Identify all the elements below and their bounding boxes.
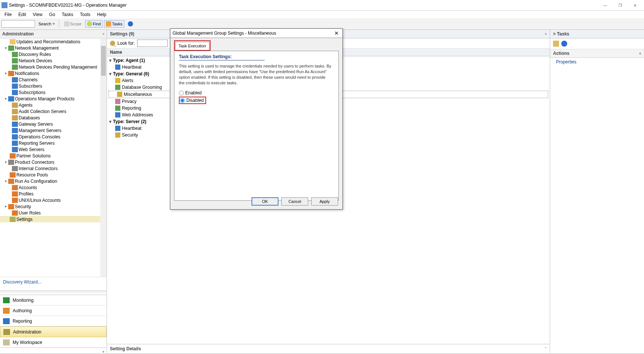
dialog-tab-page: Task Execution Settings: This setting is… — [174, 51, 339, 201]
nav-item-websrv[interactable]: Web Servers — [0, 146, 107, 153]
toolbar-separator — [59, 20, 61, 28]
close-button[interactable]: ✕ — [628, 1, 643, 10]
monitoring-icon — [3, 297, 10, 303]
search-icon — [110, 41, 115, 46]
nav-item-network[interactable]: ▾Network Management — [0, 45, 107, 51]
menu-tools[interactable]: Tools — [77, 11, 94, 18]
administration-icon — [3, 329, 10, 335]
clipboard-icon[interactable] — [553, 41, 559, 47]
nav-item-security[interactable]: ▾Security — [0, 203, 107, 210]
toolbar-search-input[interactable] — [1, 20, 35, 28]
menu-view[interactable]: View — [30, 11, 45, 18]
nav-item-netdev[interactable]: Network Devices — [0, 57, 107, 64]
nav-pane: Administration< Updates and Recommendati… — [0, 30, 107, 353]
nav-item-gateway[interactable]: Gateway Servers — [0, 121, 107, 127]
tasks-help-icon[interactable] — [561, 41, 567, 47]
nav-section-monitoring[interactable]: Monitoring — [0, 295, 107, 306]
tasks-pane: > Tasks Actionsʌ Properties — [550, 30, 644, 353]
nav-scrollbar[interactable] — [100, 38, 107, 277]
nav-item-subscriptions[interactable]: Subscriptions — [0, 89, 107, 95]
app-icon — [1, 2, 7, 8]
toolbar-scope-button[interactable]: Scope — [62, 20, 83, 28]
detail-header: Setting Details˅ — [107, 344, 550, 353]
tab-task-execution[interactable]: Task Execution — [175, 42, 209, 50]
maximize-button[interactable]: ❐ — [613, 1, 628, 10]
nav-item-databases[interactable]: Databases — [0, 115, 107, 121]
toolbar-search-button[interactable]: Search ▼ — [37, 21, 57, 27]
help-icon — [128, 21, 133, 26]
nav-item-accounts[interactable]: Accounts — [0, 184, 107, 191]
nav-section-reporting[interactable]: Reporting — [0, 316, 107, 326]
nav-discovery-wizard[interactable]: Discovery Wizard... — [0, 277, 107, 291]
nav-item-prodconn[interactable]: ▾Product Connectors — [0, 159, 107, 165]
find-icon — [87, 21, 92, 26]
radio-disabled-label: Disabled — [186, 98, 204, 103]
dialog-ok-button[interactable]: OK — [252, 197, 278, 206]
toolbar-find-button[interactable]: Find — [85, 20, 102, 28]
menu-file[interactable]: File — [1, 11, 15, 18]
section-title: Task Execution Settings: — [179, 54, 334, 59]
nav-item-subscribers[interactable]: Subscribers — [0, 83, 107, 89]
nav-item-settings[interactable]: Settings — [0, 216, 107, 222]
dialog-apply-button[interactable]: Apply — [311, 197, 338, 206]
nav-item-userroles[interactable]: User Roles — [0, 210, 107, 216]
window-title: Settings - SCOMNFBDEV02021-MG - Operatio… — [9, 3, 598, 8]
nav-item-netpend[interactable]: Network Devices Pending Management — [0, 64, 107, 70]
radio-disabled[interactable] — [180, 98, 185, 103]
radio-enabled-label: Enabled — [185, 90, 202, 95]
lookfor-input[interactable] — [137, 40, 168, 47]
nav-item-profiles[interactable]: Profiles — [0, 191, 107, 197]
dialog-miscellaneous-settings: Global Management Group Settings - Misce… — [170, 28, 343, 210]
authoring-icon — [3, 308, 10, 314]
nav-tree: Updates and Recommendations ▾Network Man… — [0, 38, 107, 277]
nav-item-repsrv[interactable]: Reporting Servers — [0, 140, 107, 146]
workspace-icon — [3, 339, 10, 345]
radio-enabled-row[interactable]: Enabled — [179, 89, 334, 97]
section-description: This setting is used to manage the crede… — [179, 63, 332, 85]
menu-go[interactable]: Go — [46, 11, 58, 18]
nav-section-authoring[interactable]: Authoring — [0, 306, 107, 316]
nav-item-mgmt[interactable]: Management Servers — [0, 127, 107, 134]
nav-item-partner[interactable]: Partner Solutions — [0, 153, 107, 159]
nav-collapse-icon[interactable]: < — [102, 32, 104, 36]
nav-section-workspace[interactable]: My Workspace — [0, 337, 107, 348]
dialog-title: Global Management Group Settings - Misce… — [173, 31, 276, 36]
nav-item-notif[interactable]: ▾Notifications — [0, 70, 107, 76]
dialog-cancel-button[interactable]: Cancel — [281, 197, 308, 206]
radio-enabled[interactable] — [179, 91, 184, 95]
nav-sections: Monitoring Authoring Reporting Administr… — [0, 295, 107, 348]
tasks-icon — [106, 21, 111, 26]
highlight-tab: Task Execution — [174, 40, 211, 51]
toolbar-help-button[interactable] — [126, 20, 135, 28]
menu-tasks[interactable]: Tasks — [59, 11, 76, 18]
nav-section-administration[interactable]: Administration — [0, 326, 107, 337]
nav-item-opcons[interactable]: Operations Consoles — [0, 134, 107, 140]
dialog-titlebar[interactable]: Global Management Group Settings - Misce… — [170, 29, 342, 38]
actions-header: Actionsʌ — [550, 49, 644, 58]
menu-edit[interactable]: Edit — [15, 11, 29, 18]
nav-item-auditcoll[interactable]: Audit Collection Servers — [0, 108, 107, 115]
titlebar: Settings - SCOMNFBDEV02021-MG - Operatio… — [0, 0, 644, 11]
minimize-button[interactable]: — — [598, 1, 613, 10]
nav-item-unix[interactable]: UNIX/Linux Accounts — [0, 197, 107, 203]
menubar: File Edit View Go Tasks Tools Help — [0, 11, 644, 18]
nav-item-runas[interactable]: ▾Run As Configuration — [0, 178, 107, 184]
nav-item-respools[interactable]: Resource Pools — [0, 172, 107, 178]
nav-header: Administration< — [0, 30, 107, 38]
lookfor-label: Look for: — [117, 41, 135, 46]
nav-item-agents[interactable]: Agents — [0, 102, 107, 108]
tasks-header: > Tasks — [550, 30, 644, 38]
action-properties[interactable]: Properties — [550, 58, 644, 66]
nav-item-channels[interactable]: Channels — [0, 76, 107, 83]
nav-item-omprod[interactable]: ▾Operations Manager Products — [0, 95, 107, 102]
nav-item-updates[interactable]: Updates and Recommendations — [0, 38, 107, 45]
menu-help[interactable]: Help — [94, 11, 110, 18]
nav-item-discovery[interactable]: Discovery Rules — [0, 51, 107, 57]
reporting-icon — [3, 318, 10, 324]
dialog-close-button[interactable]: ✕ — [333, 30, 340, 36]
toolbar-tasks-button[interactable]: Tasks — [104, 20, 124, 28]
nav-item-intconn[interactable]: Internal Connectors — [0, 165, 107, 172]
highlight-disabled: Disabled — [179, 97, 206, 104]
